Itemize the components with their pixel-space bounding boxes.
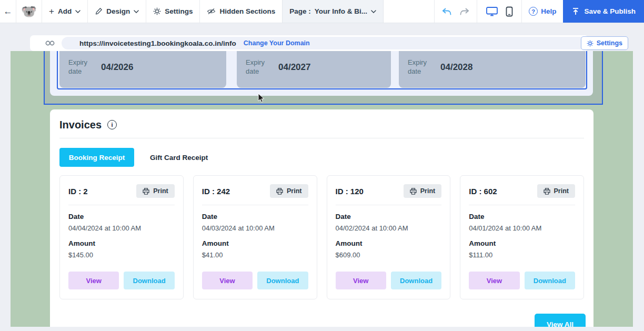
download-button[interactable]: Download	[391, 272, 441, 289]
print-button[interactable]: Print	[270, 184, 308, 198]
expiry-date-label: Expiry date	[246, 58, 272, 76]
print-label: Print	[554, 187, 569, 195]
view-button[interactable]: View	[202, 272, 253, 289]
save-publish-label: Save & Publish	[584, 7, 636, 15]
receipt-card: ID : 242 Print Date 04/03/2024 at 10:00 …	[193, 175, 317, 299]
amount-label: Amount	[202, 239, 308, 247]
hidden-sections-menu[interactable]: Hidden Sections	[200, 0, 282, 23]
undo-button[interactable]	[435, 0, 456, 23]
receipt-card: ID : 602 Print Date 04/01/2024 at 10:00 …	[460, 175, 584, 299]
toolbar-spacer	[384, 0, 434, 23]
date-value: 04/02/2024 at 10:00 AM	[336, 224, 442, 232]
change-domain-link[interactable]: Change Your Domain	[244, 39, 310, 47]
divider	[59, 138, 584, 138]
editor-toolbar: ← 🐨 + Add Design Settings	[0, 0, 644, 23]
print-button[interactable]: Print	[404, 184, 441, 198]
gear-icon	[153, 7, 161, 15]
date-value: 04/04/2024 at 10:00 AM	[68, 224, 175, 232]
payment-card[interactable]: Expiry date 04/2026	[59, 51, 226, 88]
amount-value: $609.00	[336, 251, 442, 259]
view-all-button[interactable]: View All	[535, 314, 586, 327]
site-preview-canvas: Expiry date 04/2026 Expiry date 04/2027 …	[11, 51, 633, 327]
payment-card[interactable]: Expiry date 04/2027	[237, 51, 391, 88]
publish-icon	[571, 7, 580, 15]
bookingkoala-logo[interactable]: 🐨	[16, 0, 42, 23]
print-label: Print	[420, 187, 435, 195]
receipt-id: ID : 602	[469, 187, 497, 196]
print-label: Print	[287, 187, 301, 195]
link-icon	[45, 40, 55, 46]
amount-value: $41.00	[202, 251, 308, 259]
expiry-date-value: 04/2028	[440, 62, 472, 73]
expiry-date-label: Expiry date	[408, 58, 434, 76]
page-selector-label: Page :	[289, 7, 311, 15]
amount-label: Amount	[68, 239, 175, 247]
printer-icon	[544, 188, 550, 195]
paintbrush-icon	[95, 7, 103, 15]
amount-label: Amount	[336, 239, 442, 247]
chevron-down-icon	[134, 10, 139, 13]
mobile-icon	[506, 6, 513, 17]
print-button[interactable]: Print	[136, 184, 174, 198]
help-button[interactable]: ? Help	[522, 0, 563, 23]
divider	[469, 205, 575, 205]
date-label: Date	[68, 213, 175, 220]
gear-icon	[587, 40, 593, 47]
date-value: 04/01/2024 at 10:00 AM	[469, 224, 575, 232]
download-button[interactable]: Download	[124, 272, 174, 289]
chevron-down-icon	[75, 10, 80, 13]
mobile-preview-button[interactable]	[502, 0, 521, 23]
settings-menu[interactable]: Settings	[146, 0, 199, 23]
payment-card[interactable]: Expiry date 04/2028	[399, 51, 586, 88]
receipt-id: ID : 2	[68, 187, 88, 196]
page-selector[interactable]: Page : Your Info & Bi...	[282, 0, 384, 23]
amount-value: $111.00	[469, 251, 575, 259]
domain-settings-button[interactable]: Settings	[581, 36, 628, 50]
back-button[interactable]: ←	[0, 0, 16, 23]
desktop-icon	[486, 6, 498, 16]
receipts-grid: ID : 2 Print Date 04/04/2024 at 10:00 AM…	[59, 175, 584, 299]
tab-booking-receipt[interactable]: Booking Receipt	[59, 148, 134, 167]
receipt-tabs: Booking Receipt Gift Card Receipt	[59, 148, 584, 167]
receipt-card: ID : 120 Print Date 04/02/2024 at 10:00 …	[327, 175, 451, 299]
amount-value: $145.00	[68, 251, 175, 259]
date-label: Date	[469, 213, 575, 220]
desktop-preview-button[interactable]	[477, 0, 502, 23]
view-button[interactable]: View	[68, 272, 119, 289]
tab-gift-card-receipt[interactable]: Gift Card Receipt	[150, 154, 208, 162]
undo-icon	[442, 8, 452, 15]
expiry-date-value: 04/2027	[278, 62, 310, 73]
redo-button[interactable]	[456, 0, 477, 23]
site-url: https://invoicetesting1.bookingkoala.co.…	[79, 39, 236, 47]
printer-icon	[276, 188, 283, 195]
domain-settings-label: Settings	[597, 39, 622, 47]
date-label: Date	[336, 213, 442, 220]
design-menu-label: Design	[106, 7, 130, 15]
receipt-id: ID : 120	[336, 187, 364, 196]
info-icon[interactable]: i	[107, 120, 117, 129]
date-value: 04/03/2024 at 10:00 AM	[202, 224, 308, 232]
save-publish-button[interactable]: Save & Publish	[563, 0, 644, 23]
divider	[202, 205, 308, 205]
print-label: Print	[153, 187, 168, 195]
mouse-cursor	[258, 93, 265, 103]
redo-icon	[459, 8, 469, 15]
printer-icon	[410, 188, 417, 195]
view-button[interactable]: View	[469, 272, 519, 289]
invoices-title: Invoices	[59, 119, 102, 131]
url-field[interactable]: https://invoicetesting1.bookingkoala.co.…	[62, 37, 588, 49]
print-button[interactable]: Print	[537, 184, 575, 198]
download-button[interactable]: Download	[257, 272, 308, 289]
download-button[interactable]: Download	[525, 272, 575, 289]
add-menu[interactable]: + Add	[42, 0, 87, 23]
divider	[336, 205, 442, 205]
date-label: Date	[202, 213, 308, 220]
receipt-id: ID : 242	[202, 187, 230, 196]
plus-icon: +	[49, 6, 54, 17]
eye-off-icon	[207, 8, 216, 15]
invoices-section: Invoices i Booking Receipt Gift Card Rec…	[50, 109, 593, 327]
design-menu[interactable]: Design	[88, 0, 146, 23]
chevron-down-icon	[371, 10, 376, 13]
view-button[interactable]: View	[336, 272, 386, 289]
add-menu-label: Add	[58, 7, 72, 15]
